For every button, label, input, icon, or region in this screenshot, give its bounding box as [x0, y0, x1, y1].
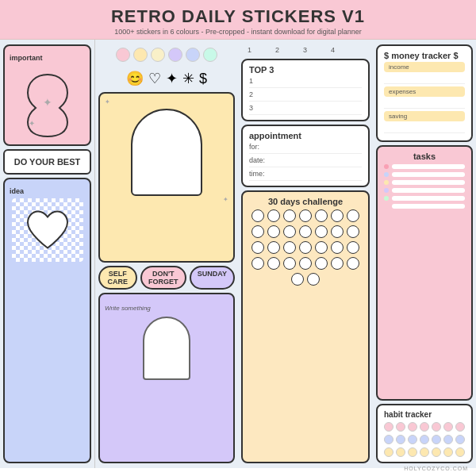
money-expenses: expenses: [384, 86, 465, 97]
star-icon: ✳: [182, 70, 194, 87]
write-something-card: Write something: [98, 293, 235, 463]
top3-item-1: 1: [249, 75, 362, 88]
column-2: 😊 ♡ ✦ ✳ $ ✦ ✦ SELF CARE DON'T FORGET SUN…: [95, 40, 238, 468]
task-bar: [392, 180, 465, 185]
challenge-circle: [267, 241, 280, 254]
self-care-button[interactable]: SELF CARE: [98, 266, 137, 290]
task-line: [384, 196, 465, 201]
heart-icon: [24, 209, 71, 252]
habit-circle: [420, 422, 429, 432]
task-line: [384, 180, 465, 185]
habit-tracker-title: habit tracker: [384, 410, 465, 419]
dot-mint: [203, 48, 217, 62]
challenge-title: 30 days challenge: [249, 197, 362, 206]
challenge-card: 30 days challenge: [241, 190, 370, 463]
dont-forget-button[interactable]: DON'T FORGET: [140, 266, 186, 290]
money-expenses-line: [384, 99, 465, 109]
task-line: [384, 172, 465, 177]
challenge-circle: [331, 241, 344, 254]
task-dot: [384, 196, 389, 201]
main-area: important ✦ ✦ DO YOUR BEST idea: [0, 40, 476, 468]
sunday-button[interactable]: SUNDAY: [190, 266, 235, 290]
page-num-3: 3: [303, 46, 307, 54]
column-1: important ✦ ✦ DO YOUR BEST idea: [0, 40, 95, 468]
page-title: RETRO DAILY STICKERS V1: [0, 6, 476, 27]
habit-circle: [396, 422, 405, 432]
dot-yellow: [133, 48, 148, 62]
task-dot: [384, 204, 389, 209]
appt-for: for:: [249, 140, 362, 154]
challenge-circle: [283, 257, 296, 270]
heart-icon: ♡: [148, 70, 161, 87]
dot-cream: [151, 48, 165, 62]
challenge-circle: [299, 241, 312, 254]
habit-circle: [455, 447, 465, 457]
challenge-circle: [251, 257, 264, 270]
task-bar: [392, 196, 465, 201]
column-3: 1 2 3 4 TOP 3 1 2 3 appointment for: dat…: [238, 40, 373, 468]
tasks-lines: [384, 164, 465, 209]
task-dot: [384, 172, 389, 177]
tasks-card: tasks: [376, 145, 473, 401]
important-label: important: [10, 54, 43, 62]
habit-circle: [443, 435, 453, 444]
habit-tracker-card: habit tracker: [376, 404, 473, 463]
task-bar: [392, 164, 465, 169]
page-num-1: 1: [248, 46, 251, 54]
appt-time: time:: [249, 167, 362, 181]
habit-circle: [408, 447, 417, 457]
task-bar: [392, 188, 465, 193]
task-bar: [392, 204, 465, 209]
task-dot: [384, 180, 389, 185]
habit-circle: [455, 435, 465, 444]
habit-circles-pink: [384, 422, 465, 432]
task-line: [384, 164, 465, 169]
challenge-circle: [291, 273, 304, 286]
challenge-circle: [283, 241, 296, 254]
money-income-line: [384, 75, 465, 84]
challenge-circle: [299, 225, 312, 238]
challenge-circle: [331, 209, 344, 222]
challenge-circle: [267, 209, 280, 222]
appointment-card: appointment for: date: time:: [241, 125, 370, 187]
top3-card: TOP 3 1 2 3: [241, 59, 370, 121]
do-your-best-label: DO YOUR BEST: [14, 157, 81, 167]
challenge-circle: [347, 225, 359, 238]
money-income: income: [384, 62, 465, 72]
page-num-4: 4: [331, 46, 335, 54]
challenge-circle: [315, 209, 328, 222]
challenge-circle: [299, 209, 312, 222]
money-tracker-title: $ money tracker $: [384, 51, 465, 60]
header-subtitle: 1000+ stickers in 6 colours - Pre-croppe…: [0, 28, 476, 36]
habit-circle: [420, 435, 429, 444]
habit-circles-yellow: [384, 447, 465, 457]
challenge-circle: [315, 225, 328, 238]
habit-circle: [443, 447, 453, 457]
habit-circle: [384, 422, 393, 432]
habit-circle: [396, 447, 405, 457]
challenge-circle: [267, 257, 280, 270]
page-numbers: 1 2 3 4: [241, 44, 370, 56]
column-4: $ money tracker $ income expenses saving…: [373, 40, 476, 468]
habit-circle: [384, 447, 393, 457]
top3-title: TOP 3: [249, 65, 362, 75]
svg-text:✦: ✦: [29, 119, 35, 128]
challenge-circle: [315, 257, 328, 270]
do-your-best-card: DO YOUR BEST: [3, 149, 91, 175]
money-saving: saving: [384, 111, 465, 121]
tasks-title: tasks: [384, 152, 465, 161]
challenge-circle: [331, 225, 344, 238]
header: RETRO DAILY STICKERS V1 1000+ stickers i…: [0, 0, 476, 40]
challenge-circles: [249, 206, 362, 289]
arch-label: ✦: [105, 98, 110, 106]
smiley-icon: 😊: [126, 70, 144, 87]
buttons-row: SELF CARE DON'T FORGET SUNDAY: [98, 266, 235, 290]
footer-text: HOLYCOZYCO.COM: [404, 466, 468, 471]
challenge-circle: [267, 225, 280, 238]
arch-card: ✦ ✦: [98, 92, 235, 263]
habit-circle: [420, 447, 429, 457]
challenge-circle: [347, 209, 359, 222]
page: RETRO DAILY STICKERS V1 1000+ stickers i…: [0, 0, 476, 476]
dot-blue: [186, 48, 200, 62]
stickers-row: 😊 ♡ ✦ ✳ $: [98, 68, 235, 89]
